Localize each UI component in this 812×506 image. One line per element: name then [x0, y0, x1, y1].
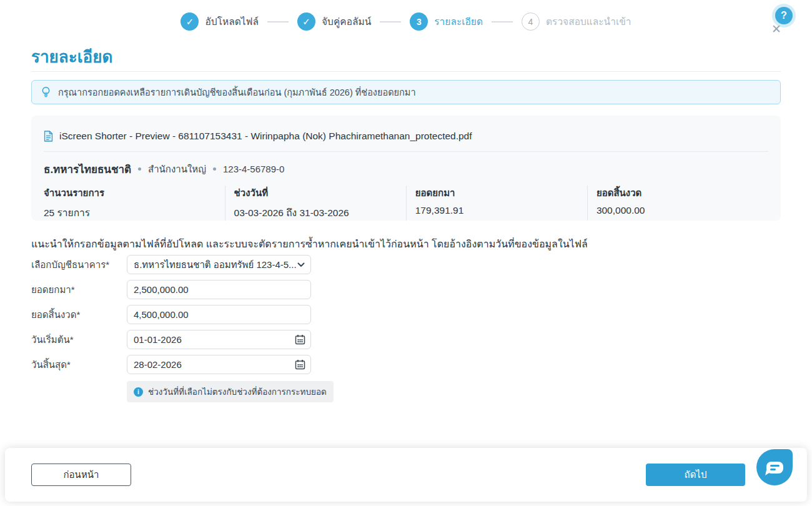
form-hint: แนะนำให้กรอกข้อมูลตามไฟล์ที่อัปโหลด และร… — [31, 236, 588, 252]
previous-button[interactable]: ก่อนหน้า — [31, 464, 131, 486]
stats-row: จำนวนรายการ 25 รายการ ช่วงวันที่ 03-03-2… — [44, 186, 768, 221]
stat-label: ยอดสิ้นงวด — [597, 186, 762, 201]
step-label: ตรวจสอบและนำเข้า — [546, 14, 631, 29]
dot-separator — [213, 167, 216, 171]
title-divider — [31, 71, 781, 72]
stat-opening-balance: ยอดยกมา 179,391.91 — [406, 186, 587, 221]
stat-closing-balance: ยอดสิ้นงวด 300,000.00 — [587, 186, 768, 221]
opening-balance-field-row: ยอดยกมา* — [31, 280, 311, 299]
closing-balance-label: ยอดสิ้นงวด* — [31, 307, 127, 322]
bank-account-label: เลือกบัญชีธนาคาร* — [31, 257, 127, 272]
info-icon: i — [134, 387, 143, 397]
bank-account-select[interactable]: ธ.ทหารไทยธนชาติ ออมทรัพย์ 123-4-5... — [127, 255, 311, 274]
chat-bubble-icon — [766, 462, 783, 474]
stat-transaction-count: จำนวนรายการ 25 รายการ — [44, 186, 225, 221]
bank-branch: สำนักงานใหญ่ — [148, 162, 206, 177]
next-button[interactable]: ถัดไป — [646, 464, 745, 486]
step-label: อัปโหลดไฟล์ — [205, 14, 259, 29]
stat-value: 25 รายการ — [44, 205, 219, 221]
chevron-down-icon — [297, 262, 305, 267]
stat-value: 300,000.00 — [597, 205, 762, 216]
chat-bubble-tail — [765, 470, 772, 477]
info-banner: กรุณากรอกยอดคงเหลือรายการเดินบัญชีของสิ้… — [31, 80, 781, 104]
step-review-import: 4 ตรวจสอบและนำเข้า — [522, 12, 631, 31]
stat-label: จำนวนรายการ — [44, 186, 219, 201]
closing-balance-field-row: ยอดสิ้นงวด* — [31, 305, 311, 324]
file-row: iScreen Shorter - Preview - 681107153431… — [44, 116, 768, 142]
step-label: รายละเอียด — [434, 14, 483, 29]
close-icon[interactable]: ✕ — [770, 22, 783, 36]
end-date-label: วันสิ้นสุด* — [31, 357, 127, 372]
file-icon — [44, 131, 53, 142]
start-date-label: วันเริ่มต้น* — [31, 332, 127, 347]
date-range-warning-text: ช่วงวันที่ที่เลือกไม่ตรงกับช่วงที่ต้องกา… — [148, 385, 327, 399]
stat-label: ยอดยกมา — [415, 186, 581, 201]
info-banner-text: กรุณากรอกยอดคงเหลือรายการเดินบัญชีของสิ้… — [58, 85, 416, 99]
dot-separator — [138, 167, 141, 171]
step-label: จับคู่คอลัมน์ — [322, 14, 371, 29]
start-date-field-row: วันเริ่มต้น* — [31, 330, 311, 349]
stat-label: ช่วงวันที่ — [234, 186, 400, 201]
start-date-input[interactable] — [127, 330, 311, 349]
step-connector — [492, 21, 513, 22]
step-connector — [267, 21, 289, 22]
import-wizard-page: ✓ อัปโหลดไฟล์ ✓ จับคู่คอลัมน์ 3 รายละเอี… — [0, 0, 812, 506]
bank-account-number: 123-4-56789-0 — [223, 164, 284, 174]
stat-value: 179,391.91 — [415, 205, 581, 216]
bank-account-field-row: เลือกบัญชีธนาคาร* ธ.ทหารไทยธนชาติ ออมทรั… — [31, 255, 311, 274]
step-details[interactable]: 3 รายละเอียด — [410, 12, 483, 31]
check-icon: ✓ — [186, 16, 194, 27]
closing-balance-input[interactable] — [127, 305, 311, 324]
question-mark-icon: ? — [781, 10, 787, 21]
file-summary-card: iScreen Shorter - Preview - 681107153431… — [31, 116, 781, 221]
check-icon: ✓ — [302, 16, 310, 27]
bank-row: ธ.ทหารไทยธนชาติ สำนักงานใหญ่ 123-4-56789… — [44, 161, 768, 177]
step-complete-icon: ✓ — [181, 12, 199, 31]
stat-date-range: ช่วงวันที่ 03-03-2026 ถึง 31-03-2026 — [225, 186, 406, 221]
calendar-icon[interactable] — [295, 334, 305, 345]
date-range-warning: i ช่วงวันที่ที่เลือกไม่ตรงกับช่วงที่ต้อง… — [127, 381, 334, 402]
opening-balance-label: ยอดยกมา* — [31, 282, 127, 297]
lightbulb-icon — [41, 86, 51, 98]
card-divider — [44, 151, 768, 152]
end-date-input[interactable] — [127, 355, 311, 374]
step-upload-file[interactable]: ✓ อัปโหลดไฟล์ — [181, 12, 259, 31]
page-title: รายละเอียด — [31, 44, 112, 69]
footer-bar: ก่อนหน้า ถัดไป — [5, 448, 807, 502]
file-name: iScreen Shorter - Preview - 681107153431… — [59, 131, 472, 142]
chat-button[interactable] — [756, 449, 793, 485]
wizard-stepper: ✓ อัปโหลดไฟล์ ✓ จับคู่คอลัมน์ 3 รายละเอี… — [0, 12, 812, 31]
step-complete-icon: ✓ — [297, 12, 315, 31]
calendar-icon[interactable] — [295, 359, 305, 370]
end-date-field-row: วันสิ้นสุด* — [31, 355, 311, 374]
step-connector — [380, 21, 401, 22]
bank-name: ธ.ทหารไทยธนชาติ — [44, 161, 131, 177]
step-number-badge: 3 — [410, 12, 428, 31]
step-match-columns[interactable]: ✓ จับคู่คอลัมน์ — [297, 12, 371, 31]
opening-balance-input[interactable] — [127, 280, 311, 299]
stat-value: 03-03-2026 ถึง 31-03-2026 — [234, 205, 400, 221]
help-button[interactable]: ? — [775, 7, 793, 24]
step-number-badge: 4 — [522, 12, 540, 31]
